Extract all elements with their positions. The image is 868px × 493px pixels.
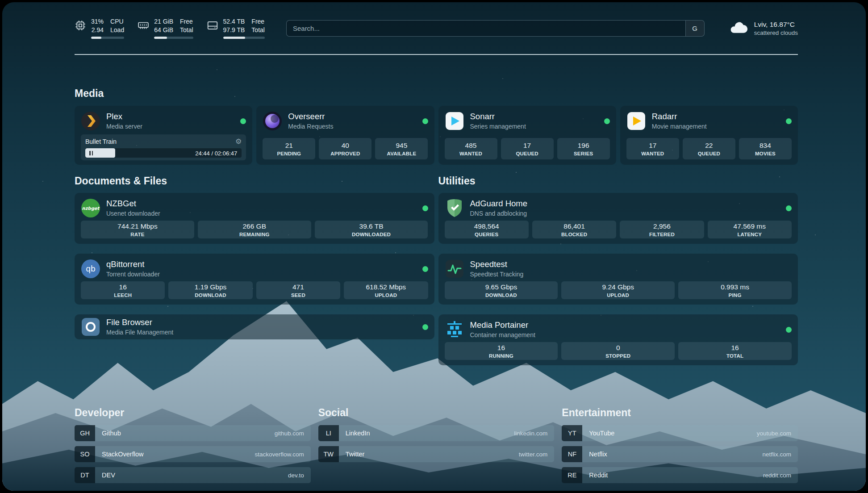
app-name: Radarr [652,112,707,121]
nzbget-icon: nzbget [81,198,100,218]
app-subtitle: Media server [106,123,142,130]
bookmark-url: github.com [275,430,304,437]
adguard-stat-queries: 498,564 QUERIES [445,221,529,238]
status-online-dot [422,324,428,330]
speedtest-stat-upload: 9.24 Gbps UPLOAD [561,281,675,299]
adguard-card[interactable]: AdGuard Home DNS and adblocking 498,564 … [438,193,798,244]
disk-label-1: Free [251,17,265,25]
nzbget-stat-remaining: 266 GB REMAINING [198,221,311,238]
bookmark-netflix[interactable]: NF Netflix netflix.com [562,446,798,462]
overseerr-stat-pending: 21 PENDING [263,138,315,159]
bookmark-url: linkedin.com [514,430,547,437]
bookmark-name: Twitter [346,451,365,458]
bookmark-linkedin[interactable]: LI LinkedIn linkedin.com [318,425,555,441]
search-input[interactable] [287,25,685,32]
app-name: File Browser [106,318,173,327]
qbittorrent-stat-leech: 16 LEECH [81,281,165,299]
qbittorrent-stat-upload: 618.52 Mbps UPLOAD [344,281,428,299]
plex-card[interactable]: Plex Media server Bullet Train ⚙ 24:44 [75,106,252,165]
bookmark-dev[interactable]: DT DEV dev.to [75,467,311,483]
bookmark-abbr: YT [562,425,582,441]
app-name: qBittorrent [106,260,160,269]
bookmark-abbr: NF [562,446,582,462]
utilities-column: Utilities AdGuard Home DNS and [438,175,798,375]
search-engine-button[interactable]: G [685,21,704,36]
app-name: NZBGet [106,199,160,208]
media-card-row: Plex Media server Bullet Train ⚙ 24:44 [75,106,798,165]
bookmark-name: LinkedIn [346,430,370,437]
bookmark-url: stackoverflow.com [255,451,304,458]
cpu-label-2: Load [110,26,124,34]
cpu-loadavg: 2.94 [91,26,104,34]
bookmark-name: Netflix [589,451,607,458]
app-subtitle: Usenet downloader [106,210,160,217]
adguard-stat-latency: 47.569 ms LATENCY [708,221,792,238]
adguard-stat-blocked: 86,401 BLOCKED [532,221,616,238]
documents-column: Documents & Files nzbget NZBGet Usenet d… [75,175,434,375]
app-name: Speedtest [470,260,524,269]
disk-label-2: Total [251,26,265,34]
plex-progress-bar[interactable]: 24:44 / 02:06:47 [85,148,242,158]
ram-icon [138,17,149,31]
overseerr-stat-available: 945 AVAILABLE [375,138,428,159]
bookmark-abbr: RE [562,467,582,483]
app-subtitle: Container management [470,331,535,338]
overseerr-card[interactable]: Overseerr Media Requests 21 PENDING 40 A… [256,106,434,165]
bookmark-github[interactable]: GH Github github.com [75,425,311,441]
filebrowser-card[interactable]: File Browser Media File Management [75,314,434,339]
app-name: Media Portainer [470,321,535,330]
section-title-social: Social [318,406,555,419]
weather-widget: Lviv, 16.87°C scattered clouds [729,20,798,36]
ram-label-2: Total [180,26,193,34]
portainer-card[interactable]: Media Portainer Container management 16 … [438,314,798,365]
bookmark-twitter[interactable]: TW Twitter twitter.com [318,446,555,462]
bookmark-reddit[interactable]: RE Reddit reddit.com [562,467,798,483]
bookmark-name: Reddit [589,472,608,479]
cpu-widget: 31% 2.94 CPU Load [75,17,124,39]
status-online-dot [786,327,792,333]
nzbget-card[interactable]: nzbget NZBGet Usenet downloader 744.21 M… [75,193,434,244]
app-subtitle: Movie management [652,123,707,130]
speedtest-stat-ping: 0.993 ms PING [678,281,792,299]
bookmark-url: dev.to [288,472,304,479]
app-subtitle: Media Requests [288,123,333,130]
bookmark-abbr: DT [75,467,95,483]
svg-text:qb: qb [86,264,96,273]
qbittorrent-icon: qb [81,259,100,279]
bookmark-stackoverflow[interactable]: SO StackOverflow stackoverflow.com [75,446,311,462]
weather-location: Lviv, 16.87°C [754,20,798,29]
bookmark-group-social: Social LI LinkedIn linkedin.com TW Twitt… [318,406,555,488]
bookmark-youtube[interactable]: YT YouTube youtube.com [562,425,798,441]
sonarr-stat-wanted: 485 WANTED [445,138,497,159]
settings-gear-icon[interactable]: ⚙ [235,138,242,145]
svg-text:nzbget: nzbget [82,206,100,211]
radarr-icon [626,111,646,131]
cloud-icon [729,21,748,36]
portainer-stat-running: 16 RUNNING [445,342,558,360]
bookmark-abbr: SO [75,446,95,462]
status-online-dot [786,118,792,124]
status-online-dot [240,118,246,124]
sonarr-stat-series: 196 SERIES [557,138,610,159]
portainer-stat-stopped: 0 STOPPED [561,342,675,360]
plex-now-playing: Bullet Train ⚙ 24:44 / 02:06:47 [81,134,246,160]
radarr-card[interactable]: Radarr Movie management 17 WANTED 22 QUE… [620,106,798,165]
weather-condition: scattered clouds [754,29,798,36]
speedtest-card[interactable]: Speedtest Speedtest Tracking 9.65 Gbps D… [438,254,798,305]
ram-progress-bar [154,37,193,39]
filebrowser-icon [81,317,100,337]
section-title-media: Media [75,87,798,100]
adguard-icon [445,198,464,218]
speedtest-icon [445,259,464,279]
bookmark-name: StackOverflow [102,451,143,458]
qbittorrent-card[interactable]: qb qBittorrent Torrent downloader 16 LEE… [75,254,434,305]
sonarr-card[interactable]: Sonarr Series management 485 WANTED 17 Q… [438,106,616,165]
nzbget-stat-downloaded: 39.6 TB DOWNLOADED [315,221,428,238]
overseerr-icon [263,111,282,131]
bookmark-url: youtube.com [757,430,791,437]
bookmark-group-developer: Developer GH Github github.com SO StackO… [75,406,311,488]
radarr-stat-queued: 22 QUEUED [683,138,735,159]
disk-free: 52.4 TB [223,17,245,25]
dashboard-screen: 31% 2.94 CPU Load [2,2,866,491]
pause-icon[interactable] [89,151,91,155]
